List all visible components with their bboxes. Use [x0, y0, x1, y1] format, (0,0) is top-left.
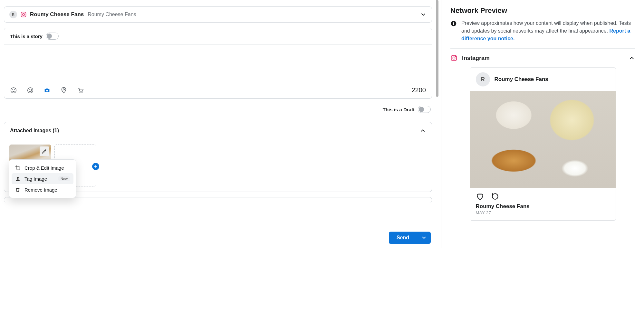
preview-image — [470, 91, 616, 188]
cart-icon[interactable] — [77, 87, 84, 94]
send-more-button[interactable] — [417, 232, 431, 244]
preview-date: MAY 27 — [470, 210, 616, 220]
account-name: Roumy Cheese Fans — [30, 11, 84, 18]
comment-icon[interactable] — [491, 192, 500, 201]
svg-point-8 — [46, 90, 48, 92]
svg-point-7 — [29, 89, 32, 91]
svg-point-6 — [28, 87, 33, 93]
menu-remove-label: Remove Image — [24, 187, 57, 193]
menu-crop-label: Crop & Edit Image — [24, 165, 64, 171]
heart-icon[interactable] — [476, 192, 484, 201]
send-button[interactable]: Send — [389, 232, 417, 244]
svg-point-18 — [455, 56, 456, 57]
crop-icon — [15, 165, 21, 171]
account-selector[interactable]: R Roumy Cheese Fans Roumy Cheese Fans — [4, 6, 432, 23]
preview-username: Roumy Cheese Fans — [470, 203, 616, 210]
preview-account-name: Roumy Cheese Fans — [495, 76, 548, 83]
plus-icon — [92, 163, 99, 170]
svg-point-1 — [23, 14, 25, 16]
image-context-menu: Crop & Edit Image Tag Image New Remove — [9, 159, 76, 198]
menu-tag-label: Tag Image — [24, 176, 47, 182]
preview-info-text: Preview approximates how your content wi… — [461, 19, 635, 43]
attached-title: Attached Images (1) — [10, 128, 59, 134]
svg-point-2 — [25, 13, 25, 13]
chevron-up-icon[interactable] — [419, 127, 426, 134]
info-icon — [450, 20, 457, 27]
chevron-up-icon — [629, 55, 635, 61]
draft-label: This is a Draft — [383, 107, 415, 112]
account-avatar: R — [9, 11, 17, 18]
new-badge: New — [58, 176, 70, 181]
account-subtitle: Roumy Cheese Fans — [88, 12, 136, 17]
menu-tag-image[interactable]: Tag Image New — [12, 173, 73, 184]
svg-point-5 — [14, 89, 15, 90]
compose-textarea[interactable] — [4, 45, 432, 83]
edit-image-button[interactable] — [40, 146, 49, 156]
svg-rect-15 — [453, 23, 454, 25]
preview-heading: Network Preview — [450, 6, 635, 15]
menu-crop-edit[interactable]: Crop & Edit Image — [12, 162, 73, 173]
composer-card: This is a story 2 — [4, 28, 432, 99]
char-count: 2200 — [412, 86, 426, 94]
draft-toggle[interactable] — [418, 106, 431, 113]
preview-post-card: R Roumy Cheese Fans Roumy Cheese Fans MA… — [470, 67, 616, 221]
story-label: This is a story — [10, 34, 43, 39]
story-toggle[interactable] — [46, 33, 59, 40]
preview-network-header[interactable]: Instagram — [450, 55, 635, 62]
instagram-icon — [450, 55, 457, 62]
camera-icon[interactable] — [43, 87, 51, 94]
emoji-icon[interactable] — [10, 87, 17, 94]
location-icon[interactable] — [60, 87, 67, 94]
svg-point-14 — [453, 22, 454, 23]
svg-point-4 — [12, 89, 13, 90]
scrollbar[interactable] — [436, 0, 438, 97]
divider — [450, 48, 635, 49]
svg-point-11 — [82, 92, 82, 93]
svg-point-17 — [453, 57, 455, 59]
chevron-down-icon — [420, 11, 427, 18]
menu-remove-image[interactable]: Remove Image — [12, 184, 73, 195]
trash-icon — [15, 187, 21, 193]
preview-avatar: R — [476, 72, 490, 86]
attached-images-card: Attached Images (1) — [4, 122, 432, 192]
person-icon — [15, 176, 21, 182]
svg-point-12 — [17, 177, 19, 179]
svg-point-10 — [80, 92, 81, 93]
target-icon[interactable] — [27, 87, 34, 94]
svg-point-3 — [11, 87, 16, 93]
preview-network-name: Instagram — [462, 55, 490, 62]
instagram-icon — [20, 11, 27, 18]
svg-point-9 — [63, 89, 64, 90]
